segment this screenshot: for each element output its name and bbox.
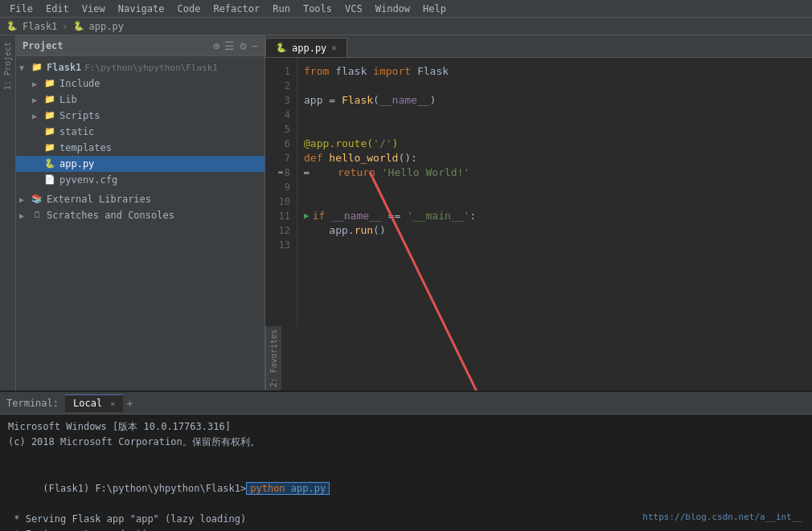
line-num-4: 4 bbox=[269, 108, 293, 122]
folder-icon-external: 📚 bbox=[31, 194, 43, 205]
tree-item-scripts[interactable]: ▶ 📁 Scripts bbox=[16, 108, 265, 124]
tree-arrow-flask1: ▼ bbox=[19, 63, 29, 72]
run-parens: () bbox=[373, 223, 386, 239]
settings-icon[interactable]: ⚙ bbox=[240, 39, 246, 52]
project-tree: ▼ 📁 Flask1 F:\python\yhpython\Flask1 ▶ 📁… bbox=[16, 56, 265, 390]
main-area: 1: Project Project ⊕ ☰ ⚙ − ▼ 📁 Flask1 F:… bbox=[0, 35, 812, 390]
tree-label-pyvenv: pyvenv.cfg bbox=[59, 174, 117, 186]
kw-from: from bbox=[304, 63, 335, 80]
line-numbers: 1 2 3 4 5 6 7 ▬8 9 10 11 12 13 bbox=[265, 58, 297, 326]
tree-item-external[interactable]: ▶ 📚 External Libraries bbox=[16, 191, 265, 207]
tree-label-include: Include bbox=[59, 78, 100, 89]
line-num-5: 5 bbox=[269, 122, 293, 137]
main-str: '__main__' bbox=[407, 208, 470, 224]
minimize-icon[interactable]: − bbox=[252, 39, 258, 52]
run-arrow-11[interactable]: ▶ bbox=[304, 210, 310, 223]
tree-label-lib: Lib bbox=[59, 94, 77, 105]
tree-label-scratches: Scratches and Consoles bbox=[47, 210, 174, 221]
tree-item-lib[interactable]: ▶ 📁 Lib bbox=[16, 92, 265, 108]
kw-import: import bbox=[373, 63, 417, 80]
collapse-icon[interactable]: ☰ bbox=[224, 39, 235, 52]
menu-vcs[interactable]: VCS bbox=[338, 2, 369, 16]
term-space bbox=[285, 483, 291, 494]
tree-item-static[interactable]: 📁 static bbox=[16, 124, 265, 140]
fold-icon-8: ▬ bbox=[278, 167, 282, 178]
breadcrumb-project[interactable]: Flask1 bbox=[23, 21, 57, 32]
favorites-label[interactable]: 2: Favorites bbox=[268, 326, 280, 390]
kw-if: if bbox=[313, 208, 331, 224]
tab-bar: 🐍 app.py ✕ bbox=[265, 35, 812, 58]
tree-item-app-py[interactable]: 🐍 app.py bbox=[16, 156, 265, 172]
menu-refactor[interactable]: Refactor bbox=[207, 2, 266, 16]
module-flask: flask bbox=[335, 63, 373, 80]
line-num-10: 10 bbox=[269, 194, 293, 209]
side-strip-project[interactable]: 1: Project bbox=[2, 39, 14, 93]
code-line-11: ▶ if __name__ == '__main__': bbox=[304, 209, 806, 223]
new-terminal-button[interactable]: + bbox=[126, 397, 133, 410]
menu-edit[interactable]: Edit bbox=[39, 2, 76, 16]
var-app-run: app. bbox=[329, 223, 354, 239]
tab-label: app.py bbox=[292, 43, 326, 54]
code-line-3: app = Flask(__name__) bbox=[304, 93, 806, 108]
tree-label-app-py: app.py bbox=[59, 158, 94, 170]
tab-file-icon: 🐍 bbox=[276, 43, 287, 53]
line-num-9: 9 bbox=[269, 180, 293, 194]
tree-label-static: static bbox=[59, 126, 94, 137]
menu-file[interactable]: File bbox=[3, 2, 39, 16]
code-content[interactable]: from flask import Flask app = Flask(__na… bbox=[297, 58, 812, 326]
project-panel: Project ⊕ ☰ ⚙ − ▼ 📁 Flask1 F:\python\yhp… bbox=[16, 35, 265, 390]
term-line-6: * Environment: production bbox=[8, 527, 804, 531]
menu-run[interactable]: Run bbox=[266, 2, 297, 16]
tab-app-py[interactable]: 🐍 app.py ✕ bbox=[265, 38, 347, 57]
tree-arrow-include: ▶ bbox=[32, 80, 42, 88]
code-line-5 bbox=[304, 122, 806, 137]
project-panel-header: Project ⊕ ☰ ⚙ − bbox=[16, 35, 265, 56]
folder-icon-lib: 📁 bbox=[43, 94, 56, 105]
code-line-7: def hello_world(): bbox=[304, 151, 806, 165]
fn-parens: (): bbox=[398, 150, 416, 166]
kw-def: def bbox=[304, 150, 329, 166]
tree-item-pyvenv[interactable]: 📄 pyvenv.cfg bbox=[16, 172, 265, 188]
tree-item-templates[interactable]: 📁 templates bbox=[16, 140, 265, 156]
breadcrumb-file[interactable]: app.py bbox=[89, 21, 124, 32]
tree-item-include[interactable]: ▶ 📁 Include bbox=[16, 76, 265, 92]
paren-close-3: ) bbox=[430, 92, 437, 108]
tab-local[interactable]: Local ✕ bbox=[65, 394, 123, 412]
folder-icon-scratches: 🗒 bbox=[31, 210, 43, 221]
code-editor[interactable]: 1 2 3 4 5 6 7 ▬8 9 10 11 12 13 bbox=[265, 58, 812, 326]
code-line-6: @app.route('/') bbox=[304, 137, 806, 151]
menu-navigate[interactable]: Navigate bbox=[112, 2, 171, 16]
menu-code[interactable]: Code bbox=[171, 2, 207, 16]
fold-bracket-8: ▬ bbox=[304, 166, 310, 180]
file-icon-pyvenv: 📄 bbox=[43, 174, 56, 186]
line-num-11: 11 bbox=[269, 209, 293, 223]
menu-tools[interactable]: Tools bbox=[297, 2, 338, 16]
tree-item-flask1[interactable]: ▼ 📁 Flask1 F:\python\yhpython\Flask1 bbox=[16, 59, 265, 76]
tree-arrow-lib: ▶ bbox=[32, 96, 42, 104]
var-app: app bbox=[304, 92, 329, 108]
tab-close-button[interactable]: ✕ bbox=[331, 43, 337, 53]
tree-arrow-external: ▶ bbox=[19, 195, 29, 204]
bottom-right-link[interactable]: https://blog.csdn.net/a__int__ bbox=[642, 510, 802, 525]
tab-local-label: Local bbox=[73, 398, 102, 409]
breadcrumb-file-icon: 🐍 bbox=[73, 21, 84, 31]
tree-item-scratches[interactable]: ▶ 🗒 Scratches and Consoles bbox=[16, 207, 265, 223]
code-line-13 bbox=[304, 238, 806, 252]
tree-arrow-scripts: ▶ bbox=[32, 112, 42, 120]
term-prompt: (Flask1) F:\python\yhpython\Flask1> bbox=[43, 483, 246, 494]
term-line-4: (Flask1) F:\python\yhpython\Flask1>pytho… bbox=[8, 466, 804, 513]
folder-icon-scripts: 📁 bbox=[43, 110, 56, 121]
add-icon[interactable]: ⊕ bbox=[213, 39, 219, 52]
menu-view[interactable]: View bbox=[76, 2, 112, 16]
menubar: File Edit View Navigate Code Refactor Ru… bbox=[0, 0, 812, 18]
eq-11: == bbox=[382, 208, 407, 224]
menu-window[interactable]: Window bbox=[369, 2, 416, 16]
breadcrumb-icon: 🐍 bbox=[6, 21, 18, 31]
terminal-content[interactable]: Microsoft Windows [版本 10.0.17763.316] (c… bbox=[0, 415, 812, 531]
route-str: '/' bbox=[373, 136, 392, 152]
term-line-2: (c) 2018 Microsoft Corporation。保留所有权利。 bbox=[8, 435, 804, 450]
tab-local-close[interactable]: ✕ bbox=[110, 399, 115, 408]
code-line-4 bbox=[304, 108, 806, 122]
paren-open-3: ( bbox=[373, 92, 379, 108]
menu-help[interactable]: Help bbox=[416, 2, 453, 16]
